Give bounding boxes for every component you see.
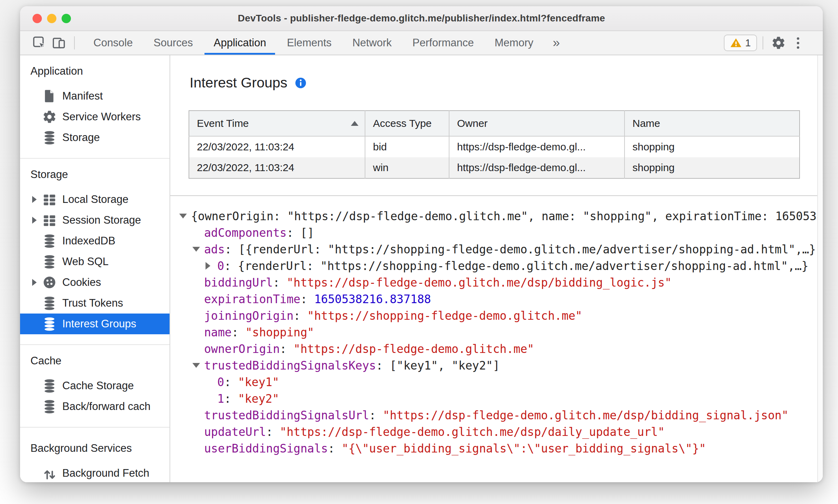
interest-groups-panel: Interest Groups Event TimeAccess TypeOwn… [170, 55, 823, 482]
expand-arrow-icon[interactable] [20, 196, 42, 203]
column-header-owner[interactable]: Owner [449, 111, 625, 136]
tree-line-text: ownerOrigin: "https://dsp-fledge-demo.gl… [204, 342, 534, 356]
settings-gear-icon[interactable] [769, 33, 788, 53]
sidebar-section-cache: CacheCache StorageBack/forward cach [20, 345, 170, 428]
table-row[interactable]: 22/03/2022, 11:03:24bidhttps://dsp-fledg… [189, 136, 800, 157]
token-name: trustedBiddingSignalsUrl [204, 409, 369, 422]
sidebar-item-label: Local Storage [62, 193, 128, 206]
tree-line[interactable]: {ownerOrigin: "https://dsp-fledge-demo.g… [170, 208, 823, 224]
devtools-window: DevTools - publisher-fledge-demo.glitch.… [20, 6, 823, 482]
triangle-right-icon [32, 196, 37, 203]
sidebar-item-back-forward-cach[interactable]: Back/forward cach [20, 396, 170, 417]
triangle-right-icon [32, 279, 37, 286]
table-cell: 22/03/2022, 11:03:24 [189, 157, 365, 178]
tab-console[interactable]: Console [83, 31, 143, 55]
sidebar-item-service-workers[interactable]: Service Workers [20, 106, 170, 127]
more-options-icon[interactable] [788, 33, 808, 53]
column-header-access-type[interactable]: Access Type [365, 111, 449, 136]
device-toolbar-icon[interactable] [49, 33, 69, 53]
tree-line-text: 1: "key2" [217, 392, 279, 405]
scrollbar-track[interactable] [817, 55, 823, 482]
token-name: userBiddingSignals [204, 442, 328, 455]
expand-arrow-icon[interactable] [20, 217, 42, 224]
token-plain: : [224, 392, 238, 405]
tab-sources[interactable]: Sources [143, 31, 203, 55]
tree-line-text: userBiddingSignals: "{\"user_bidding_sig… [204, 442, 706, 455]
tree-line[interactable]: updateUrl: "https://dsp-fledge-demo.glit… [170, 423, 823, 440]
collapse-arrow-icon[interactable] [192, 247, 204, 252]
token-plain: : [369, 409, 383, 422]
sidebar-item-storage[interactable]: Storage [20, 127, 170, 148]
tree-line-text: updateUrl: "https://dsp-fledge-demo.glit… [204, 425, 665, 439]
tab-network[interactable]: Network [342, 31, 402, 55]
tree-line[interactable]: 1: "key2" [170, 390, 823, 407]
zoom-button[interactable] [62, 14, 71, 23]
more-tabs-button[interactable]: » [544, 36, 569, 50]
tab-memory[interactable]: Memory [484, 31, 544, 55]
tree-line[interactable]: name: "shopping" [170, 324, 823, 340]
minimize-button[interactable] [47, 14, 56, 23]
table-header-row: Event TimeAccess TypeOwnerName [189, 111, 800, 136]
sidebar-item-web-sql[interactable]: Web SQL [20, 251, 170, 272]
tree-line[interactable]: 0: {renderUrl: "https://shopping-fledge-… [170, 258, 823, 274]
sidebar-item-background-fetch[interactable]: Background Fetch [20, 463, 170, 482]
sidebar-item-session-storage[interactable]: Session Storage [20, 210, 170, 231]
sidebar-item-local-storage[interactable]: Local Storage [20, 189, 170, 210]
database-icon [42, 254, 57, 269]
sidebar-item-cache-storage[interactable]: Cache Storage [20, 375, 170, 396]
tree-line[interactable]: ownerOrigin: "https://dsp-fledge-demo.gl… [170, 340, 823, 357]
expand-arrow-icon[interactable] [206, 262, 217, 270]
tree-line[interactable]: biddingUrl: "https://dsp-fledge-demo.gli… [170, 274, 823, 291]
tree-line-text: adComponents: [] [204, 226, 314, 240]
database-icon [42, 317, 57, 331]
warning-badge[interactable]: 1 [724, 35, 757, 51]
sidebar-item-label: Session Storage [62, 214, 141, 226]
table-row[interactable]: 22/03/2022, 11:03:24winhttps://dsp-fledg… [189, 157, 800, 178]
tree-line[interactable]: adComponents: [] [170, 224, 823, 241]
sidebar-item-label: Trust Tokens [62, 297, 123, 309]
tab-performance[interactable]: Performance [402, 31, 484, 55]
column-header-content: Access Type [373, 118, 443, 129]
window-titlebar: DevTools - publisher-fledge-demo.glitch.… [20, 6, 823, 31]
section-title-storage: Storage [20, 168, 170, 181]
token-string: "key2" [238, 392, 279, 405]
tree-line[interactable]: expirationTime: 1650538216.837188 [170, 291, 823, 307]
tab-elements[interactable]: Elements [276, 31, 342, 55]
token-plain: : [231, 326, 245, 339]
sidebar-item-trust-tokens[interactable]: Trust Tokens [20, 293, 170, 314]
tree-line[interactable]: 0: "key1" [170, 374, 823, 390]
tree-line[interactable]: trustedBiddingSignalsUrl: "https://dsp-f… [170, 407, 823, 423]
sidebar-item-indexeddb[interactable]: IndexedDB [20, 231, 170, 251]
section-title-background-services: Background Services [20, 441, 170, 455]
warning-icon [730, 37, 742, 49]
token-name: 0 [217, 259, 224, 273]
token-plain: : {renderUrl: "https://shopping-fledge-d… [224, 259, 809, 273]
tree-line[interactable]: joiningOrigin: "https://shopping-fledge-… [170, 307, 823, 324]
inspect-icon[interactable] [30, 33, 49, 53]
sidebar-item-interest-groups[interactable]: Interest Groups [20, 314, 170, 334]
tree-line[interactable]: ads: [{renderUrl: "https://shopping-fled… [170, 241, 823, 258]
token-plain: : [] [286, 226, 314, 240]
up-down-arrows-icon [42, 466, 57, 480]
collapse-arrow-icon[interactable] [192, 363, 204, 368]
sidebar-item-manifest[interactable]: Manifest [20, 86, 170, 106]
expand-arrow-icon[interactable] [20, 279, 42, 286]
events-table-header: Event TimeAccess TypeOwnerName [189, 111, 800, 136]
devtools-toolbar: ConsoleSourcesApplicationElementsNetwork… [20, 31, 823, 55]
token-plain: {ownerOrigin: "https://dsp-fledge-demo.g… [191, 209, 823, 223]
panel-title: Interest Groups [190, 75, 288, 91]
sidebar-item-cookies[interactable]: Cookies [20, 272, 170, 293]
collapse-arrow-icon[interactable] [179, 214, 191, 218]
tab-application[interactable]: Application [203, 31, 276, 55]
tree-line[interactable]: userBiddingSignals: "{\"user_bidding_sig… [170, 440, 823, 457]
column-header-name[interactable]: Name [625, 111, 800, 136]
token-plain: : [273, 276, 287, 289]
sidebar-item-label: Back/forward cach [62, 400, 151, 413]
token-plain: : [328, 442, 342, 455]
tree-line[interactable]: trustedBiddingSignalsKeys: ["key1", "key… [170, 357, 823, 374]
column-header-event-time[interactable]: Event Time [189, 111, 365, 136]
devtools-body: ApplicationManifestService WorkersStorag… [20, 55, 823, 482]
token-string: "https://dsp-fledge-demo.glitch.me" [293, 342, 534, 356]
info-icon[interactable] [294, 77, 307, 89]
close-button[interactable] [33, 14, 42, 23]
